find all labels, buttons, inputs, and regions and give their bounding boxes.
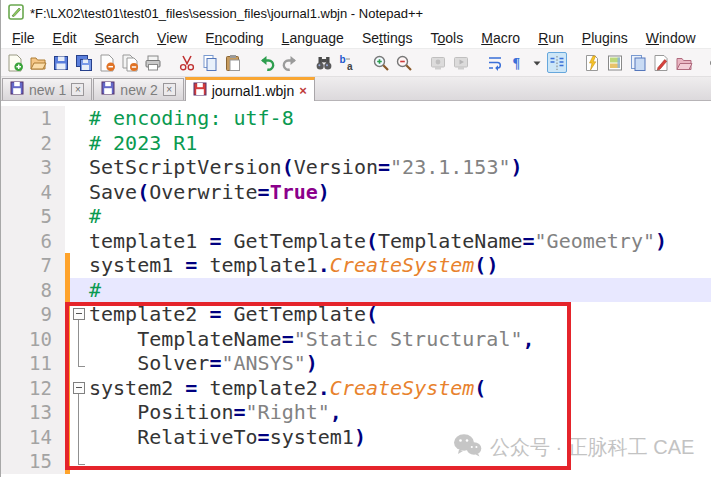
line-number: 9 bbox=[1, 302, 65, 327]
document-switcher-icon[interactable] bbox=[629, 52, 647, 73]
code-text[interactable]: # 2023 R1 bbox=[89, 131, 711, 156]
tab-close-icon[interactable]: × bbox=[299, 84, 307, 97]
fold-margin bbox=[70, 180, 89, 205]
code-line: 10 TemplateName="Static Structural", bbox=[1, 327, 711, 352]
line-number: 1 bbox=[1, 106, 65, 131]
tab-label: new 2 bbox=[120, 82, 157, 98]
menu-view[interactable]: View bbox=[148, 28, 196, 48]
menu-macro[interactable]: Macro bbox=[472, 28, 529, 48]
menu-language[interactable]: Language bbox=[273, 28, 353, 48]
code-text[interactable]: # encoding: utf-8 bbox=[89, 106, 711, 131]
close-all-icon[interactable] bbox=[121, 52, 139, 73]
menu-file[interactable]: File bbox=[3, 28, 44, 48]
menu-run[interactable]: Run bbox=[529, 28, 573, 48]
tab-journal1.wbjn[interactable]: journal1.wbjn× bbox=[185, 77, 315, 101]
window-title: *F:\LX02\test01\test01_files\session_fil… bbox=[30, 6, 423, 21]
code-text[interactable]: SetScriptVersion(Version="23.1.153") bbox=[89, 155, 711, 180]
line-number: 6 bbox=[1, 229, 65, 254]
close-icon[interactable] bbox=[98, 52, 116, 73]
code-line: 5# bbox=[1, 204, 711, 229]
code-text[interactable]: system1 = template1.CreateSystem() bbox=[89, 253, 711, 278]
line-number: 2 bbox=[1, 131, 65, 156]
line-body: # bbox=[70, 204, 711, 229]
menu-bar: FileEditSearchViewEncodingLanguageSettin… bbox=[1, 27, 711, 49]
replace-icon[interactable]: ba bbox=[338, 52, 356, 73]
line-number: 13 bbox=[1, 400, 65, 425]
menu-edit[interactable]: Edit bbox=[44, 28, 86, 48]
fold-margin bbox=[70, 204, 89, 229]
line-body: Save(Overwrite=True) bbox=[70, 180, 711, 205]
zoom-in-icon[interactable] bbox=[372, 52, 390, 73]
word-wrap-icon[interactable] bbox=[486, 52, 504, 73]
code-text[interactable]: template1 = GetTemplate(TemplateName="Ge… bbox=[89, 229, 711, 254]
code-line: 6template1 = GetTemplate(TemplateName="G… bbox=[1, 229, 711, 254]
save-all-icon[interactable] bbox=[75, 52, 93, 73]
code-text[interactable]: # bbox=[89, 204, 711, 229]
line-body: # encoding: utf-8 bbox=[70, 106, 711, 131]
menu-plugins[interactable]: Plugins bbox=[573, 28, 637, 48]
undo-icon[interactable] bbox=[258, 52, 276, 73]
zoom-out-icon[interactable] bbox=[395, 52, 413, 73]
code-text[interactable]: Position="Right", bbox=[89, 400, 711, 425]
show-all-characters-icon[interactable]: ¶ bbox=[509, 52, 527, 73]
wechat-icon bbox=[453, 433, 482, 462]
tab-close-icon[interactable]: × bbox=[71, 83, 84, 96]
menu-settings[interactable]: Settings bbox=[353, 28, 422, 48]
code-editor[interactable]: 1# encoding: utf-82# 2023 R13SetScriptVe… bbox=[1, 101, 711, 477]
find-icon[interactable] bbox=[315, 52, 333, 73]
new-file-icon[interactable] bbox=[6, 52, 24, 73]
document-map-icon[interactable] bbox=[606, 52, 624, 73]
save-icon[interactable] bbox=[52, 52, 70, 73]
tab-close-icon[interactable]: × bbox=[163, 83, 176, 96]
redo-icon[interactable] bbox=[281, 52, 299, 73]
code-text[interactable]: template2 = GetTemplate( bbox=[89, 302, 711, 327]
code-line: 7system1 = template1.CreateSystem() bbox=[1, 253, 711, 278]
cut-icon[interactable] bbox=[178, 52, 196, 73]
tab-new-2[interactable]: new 2× bbox=[93, 78, 183, 100]
open-file-icon[interactable] bbox=[29, 52, 47, 73]
line-body: Position="Right", bbox=[70, 400, 711, 425]
menu-tools[interactable]: Tools bbox=[422, 28, 473, 48]
notepad-plus-plus-window: *F:\LX02\test01\test01_files\session_fil… bbox=[0, 0, 711, 477]
shortcuts-icon[interactable] bbox=[583, 52, 601, 73]
code-line: 13 Position="Right", bbox=[1, 400, 711, 425]
menu-window[interactable]: Window bbox=[637, 28, 705, 48]
fold-margin bbox=[70, 229, 89, 254]
copy-icon[interactable] bbox=[201, 52, 219, 73]
code-line: 8# bbox=[1, 278, 711, 303]
menu-encoding[interactable]: Encoding bbox=[196, 28, 272, 48]
line-body: # 2023 R1 bbox=[70, 131, 711, 156]
tab-label: journal1.wbjn bbox=[212, 83, 295, 99]
indent-guide-icon[interactable] bbox=[547, 52, 567, 73]
code-text[interactable]: TemplateName="Static Structural", bbox=[89, 327, 711, 352]
tab-new-1[interactable]: new 1× bbox=[2, 78, 92, 100]
menu-search[interactable]: Search bbox=[86, 28, 148, 48]
edit-marker-icon[interactable] bbox=[652, 52, 670, 73]
line-body: system1 = template1.CreateSystem() bbox=[70, 253, 711, 278]
record-macro-icon[interactable] bbox=[429, 52, 447, 73]
code-line: 3SetScriptVersion(Version="23.1.153") bbox=[1, 155, 711, 180]
unsaved-floppy-icon bbox=[193, 82, 207, 99]
project-folder-icon[interactable] bbox=[675, 52, 693, 73]
paste-icon[interactable] bbox=[224, 52, 242, 73]
print-icon[interactable] bbox=[144, 52, 162, 73]
line-body: template1 = GetTemplate(TemplateName="Ge… bbox=[70, 229, 711, 254]
code-text[interactable]: # bbox=[89, 278, 711, 303]
fold-collapse-icon[interactable] bbox=[70, 376, 89, 401]
menu-?[interactable]: ? bbox=[705, 28, 711, 48]
dropdown-icon[interactable] bbox=[532, 52, 542, 73]
fold-margin bbox=[70, 400, 89, 425]
svg-text:b: b bbox=[340, 54, 346, 65]
fold-collapse-icon[interactable] bbox=[70, 302, 89, 327]
svg-text:¶: ¶ bbox=[513, 56, 521, 71]
fold-margin bbox=[70, 278, 89, 303]
code-text[interactable]: system2 = template2.CreateSystem( bbox=[89, 376, 711, 401]
line-body: TemplateName="Static Structural", bbox=[70, 327, 711, 352]
code-line: 9template2 = GetTemplate( bbox=[1, 302, 711, 327]
fold-margin bbox=[70, 425, 89, 450]
play-macro-icon[interactable] bbox=[452, 52, 470, 73]
code-text[interactable]: Solver="ANSYS") bbox=[89, 351, 711, 376]
code-line: 2# 2023 R1 bbox=[1, 131, 711, 156]
code-text[interactable]: Save(Overwrite=True) bbox=[89, 180, 711, 205]
line-number: 12 bbox=[1, 376, 65, 401]
